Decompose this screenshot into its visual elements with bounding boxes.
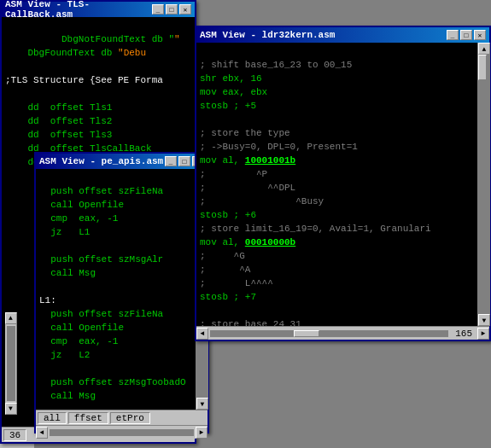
code-line-5: dd offset Tls1 (5, 102, 112, 113)
win3-title: ASM View - pe_apis.asm (39, 156, 163, 166)
win2-scroll-thumb[interactable] (478, 55, 487, 80)
win1-close[interactable]: ✕ (179, 4, 191, 15)
win3-statusbar: all ffset etPro (36, 410, 208, 425)
win2-hscroll-pos: 165 (450, 329, 477, 339)
win3-scroll-right[interactable]: ► (196, 427, 208, 439)
win2-line-10: ; ^Busy (200, 196, 324, 207)
win2-minimize[interactable]: _ (447, 30, 459, 40)
left-scroll-up[interactable]: ▲ (5, 312, 17, 324)
win2-line-5: ; store the type (200, 128, 290, 138)
win2-maximize[interactable]: □ (460, 30, 472, 40)
win3-htrack[interactable] (50, 429, 194, 436)
win1-minimize[interactable]: _ (152, 4, 164, 15)
win2-controls: _ □ ✕ (447, 30, 486, 40)
win3-content: push offset szFileNa call Openfile cmp e… (36, 169, 196, 410)
win2-line-4: stosb ; +5 (200, 101, 256, 111)
win1-controls: _ □ ✕ (152, 4, 191, 15)
win3-line-3: cmp eax, -1 (39, 213, 118, 224)
code-line-2: DbgFoundText db "Debu (5, 48, 146, 58)
win3-line-2: call Openfile (39, 200, 124, 210)
win2-line-8: ; ^P (200, 169, 267, 179)
win2-line-1: ; shift base_16_23 to 00_15 (200, 60, 352, 70)
win3-line-8: push offset szFileNa (39, 309, 163, 319)
win3-status-all: all (38, 412, 67, 424)
win2-vscrollbar[interactable]: ▲ ▼ (477, 43, 489, 326)
win3-status-offset: ffset (68, 412, 108, 424)
win3-line-6: call Msg (39, 268, 96, 278)
code-line-1: DbgNotFoundText db "" (39, 34, 180, 44)
win2-line-15: ; ^A (200, 265, 250, 275)
win3-line-11: jz L2 (39, 350, 90, 360)
win3-code: push offset szFileNa call Openfile cmp e… (36, 169, 196, 410)
win3-line-10: cmp eax, -1 (39, 336, 118, 346)
win2-line-17: stosb ; +7 (200, 292, 256, 302)
win3-minimize[interactable]: _ (165, 156, 177, 166)
win2-code: ; shift base_16_23 to 00_15 shr ebx, 16 … (196, 43, 477, 326)
code-line-3: ;TLS Structure {See PE Forma (5, 75, 163, 85)
win2-line-14: ; ^G (200, 251, 245, 261)
win2-line-3: mov eax, ebx (200, 87, 267, 97)
code-line-6: dd offset Tls2 (5, 116, 112, 126)
win2-scroll-left[interactable]: ◄ (196, 328, 208, 340)
win2-line-2: shr ebx, 16 (200, 73, 262, 84)
win3-line-4: jz L1 (39, 227, 90, 237)
win2-line-16: ; L^^^^ (200, 278, 273, 288)
win3-line-7: L1: (39, 295, 56, 305)
win2-line-6: ; ->Busy=0, DPL=0, Present=1 (200, 142, 358, 152)
win2-line-13: mov al, 00010000b (200, 237, 295, 247)
win2-scroll-right[interactable]: ► (477, 328, 489, 340)
left-scroll-down[interactable]: ▼ (5, 403, 17, 415)
win3-line-5: push offset szMsgAlr (39, 254, 163, 265)
win3-scroll-down[interactable]: ▼ (196, 398, 208, 410)
win3-line-13: call Msg (39, 391, 96, 401)
code-line-7: dd offset Tls3 (5, 130, 112, 140)
win2-close[interactable]: ✕ (474, 30, 486, 40)
win2-scroll-thumb-h[interactable] (294, 330, 319, 337)
win2-title: ASM View - ldr32kern.asm (200, 30, 335, 40)
win3-hscrollbar[interactable]: ◄ ► (36, 425, 208, 439)
win3-line-9: call Openfile (39, 323, 124, 333)
win3-scroll-left[interactable]: ◄ (36, 427, 48, 439)
win2-line-18: ; store base_24_31 (200, 319, 301, 326)
title-bar-win1[interactable]: ASM View - TLS-CallBack.asm _ □ ✕ (2, 2, 195, 17)
win2-scroll-up[interactable]: ▲ (478, 43, 490, 55)
win2-hscrollbar[interactable]: ◄ 165 ► (196, 326, 489, 340)
win2-scroll-track-h[interactable] (210, 330, 448, 337)
title-bar-win3[interactable]: ASM View - pe_apis.asm _ □ ✕ (36, 154, 208, 169)
win2-scroll-track[interactable] (478, 55, 490, 314)
win3-maximize[interactable]: □ (178, 156, 190, 166)
win2-line-12: ; store limit_16_19=0, Avail=1, Granular… (200, 224, 431, 234)
window-ldr32kern: ASM View - ldr32kern.asm _ □ ✕ ; shift b… (195, 26, 491, 341)
win3-line-1: push offset szFileNa (39, 186, 163, 196)
win1-status: 36 (3, 429, 26, 441)
win2-line-7: mov al, 10001001b (200, 155, 295, 166)
win2-line-11: stosb ; +6 (200, 210, 256, 220)
win2-scroll-down[interactable]: ▼ (478, 314, 490, 326)
win3-status-etpro: etPro (110, 412, 150, 424)
window-pe-apis: ASM View - pe_apis.asm _ □ ✕ push offset… (34, 152, 209, 433)
win2-content: ; shift base_16_23 to 00_15 shr ebx, 16 … (196, 43, 477, 326)
win1-maximize[interactable]: □ (166, 4, 178, 15)
win3-line-12: push offset szMsgToobadO (39, 377, 186, 387)
win2-line-9: ; ^^DPL (200, 183, 295, 193)
title-bar-win2[interactable]: ASM View - ldr32kern.asm _ □ ✕ (196, 27, 489, 43)
